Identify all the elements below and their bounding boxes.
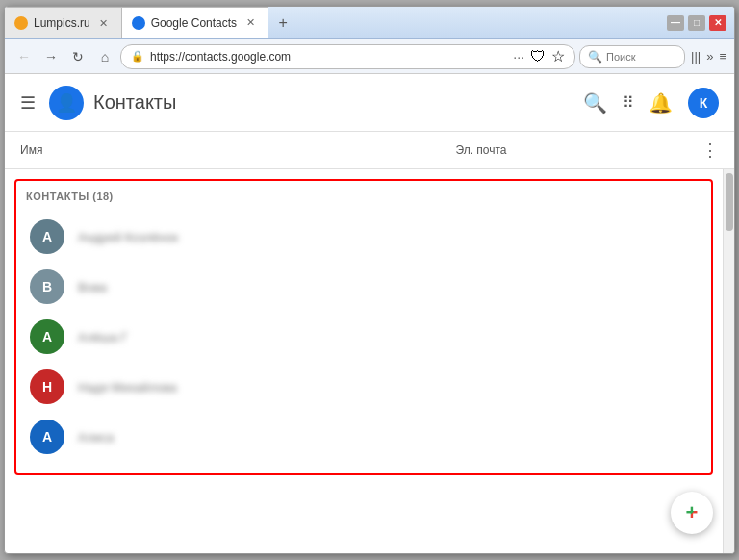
contact-name-2: Вова (78, 280, 107, 294)
tab-lumpics[interactable]: Lumpics.ru ✕ (5, 7, 122, 38)
contact-name-1: Андрей Козлёнок (78, 230, 178, 244)
star-icon: ☆ (551, 47, 565, 65)
contact-name-5: Алиса (78, 430, 114, 445)
contact-row[interactable]: А Алиса (26, 414, 701, 460)
notifications-icon[interactable]: 🔔 (649, 91, 673, 115)
contact-avatar-3: А (30, 319, 64, 354)
app-header: ☰ 👤 Контакты 🔍 ⠿ 🔔 К (5, 74, 734, 132)
refresh-button[interactable]: ↻ (66, 45, 89, 68)
contact-row[interactable]: В Вова (26, 264, 701, 310)
search-icon: 🔍 (588, 50, 602, 64)
contact-name-3: Алёша Г (78, 330, 128, 344)
tab-close-lumpics[interactable]: ✕ (96, 15, 112, 31)
person-icon: 👤 (56, 92, 77, 114)
app-header-right: 🔍 ⠿ 🔔 К (583, 88, 719, 118)
home-button[interactable]: ⌂ (93, 45, 116, 68)
app-logo: 👤 (49, 86, 84, 120)
url-display: https://contacts.google.com (150, 50, 507, 64)
contacts-section: КОНТАКТЫ (18) А Андрей Козлёнок В Вова А (5, 169, 723, 553)
back-button[interactable]: ← (13, 45, 36, 68)
section-title: КОНТАКТЫ (18) (26, 191, 701, 202)
tab-label-lumpics: Lumpics.ru (34, 16, 90, 30)
bookmark-manager-icon[interactable]: ||| (691, 49, 701, 64)
address-bar[interactable]: 🔒 https://contacts.google.com ··· 🛡 ☆ (120, 44, 575, 69)
user-avatar[interactable]: К (688, 88, 719, 118)
scrollbar-thumb[interactable] (726, 173, 733, 231)
tab-google-contacts[interactable]: Google Contacts ✕ (122, 7, 268, 38)
contact-row[interactable]: А Андрей Козлёнок (26, 214, 701, 260)
shield-icon: 🛡 (530, 48, 546, 65)
browser-search-input[interactable] (606, 51, 683, 63)
extensions-icon[interactable]: » (706, 49, 713, 64)
tab-favicon-lumpics (14, 16, 28, 30)
contacts-box: КОНТАКТЫ (18) А Андрей Козлёнок В Вова А (14, 179, 713, 475)
scrollbar-track[interactable] (723, 169, 734, 553)
back-icon: ← (17, 49, 31, 64)
fab-plus-icon: + (686, 500, 699, 525)
contact-avatar-2: В (30, 269, 64, 304)
title-bar: Lumpics.ru ✕ Google Contacts ✕ + — □ ✕ (5, 7, 734, 39)
column-name-header: Имя (20, 143, 261, 157)
address-menu-dots[interactable]: ··· (513, 49, 524, 64)
window-controls: — □ ✕ (667, 7, 734, 38)
app-title: Контакты (93, 91, 176, 114)
browser-search-box[interactable]: 🔍 (579, 45, 685, 68)
navigation-bar: ← → ↻ ⌂ 🔒 https://contacts.google.com ··… (5, 39, 734, 74)
app-hamburger-button[interactable]: ☰ (20, 92, 36, 114)
main-content: ☰ 👤 Контакты 🔍 ⠿ 🔔 К Имя Эл. поч (5, 74, 734, 553)
contact-avatar-4: Н (30, 369, 64, 404)
column-email-header: Эл. почта (261, 143, 701, 157)
tab-label-google-contacts: Google Contacts (151, 16, 237, 30)
tab-favicon-google-contacts (132, 16, 145, 30)
home-icon: ⌂ (101, 49, 109, 64)
search-icon[interactable]: 🔍 (583, 91, 607, 115)
close-button[interactable]: ✕ (709, 15, 726, 31)
new-tab-button[interactable]: + (268, 7, 297, 38)
nav-right-controls: 🔍 ||| » ≡ (579, 45, 726, 68)
tab-close-google-contacts[interactable]: ✕ (242, 15, 258, 31)
contact-row[interactable]: Н Надя Михайлова (26, 364, 701, 410)
contact-avatar-5: А (30, 420, 64, 454)
maximize-button[interactable]: □ (688, 15, 705, 31)
lock-icon: 🔒 (131, 50, 144, 63)
minimize-button[interactable]: — (667, 15, 684, 31)
apps-icon[interactable]: ⠿ (623, 93, 633, 112)
contact-name-4: Надя Михайлова (78, 380, 177, 395)
content-area: ☰ 👤 Контакты 🔍 ⠿ 🔔 К Имя Эл. поч (5, 74, 734, 553)
browser-window: Lumpics.ru ✕ Google Contacts ✕ + — □ ✕ (4, 6, 735, 554)
browser-menu-icon[interactable]: ≡ (719, 49, 726, 64)
contact-avatar-1: А (30, 219, 64, 254)
fab-button[interactable]: + (671, 492, 713, 534)
forward-button[interactable]: → (39, 45, 63, 68)
column-headers: Имя Эл. почта ⋮ (5, 132, 734, 169)
column-menu-icon[interactable]: ⋮ (701, 140, 719, 161)
contact-row[interactable]: А Алёша Г (26, 314, 701, 360)
refresh-icon: ↻ (72, 49, 84, 64)
forward-icon: → (44, 49, 58, 64)
